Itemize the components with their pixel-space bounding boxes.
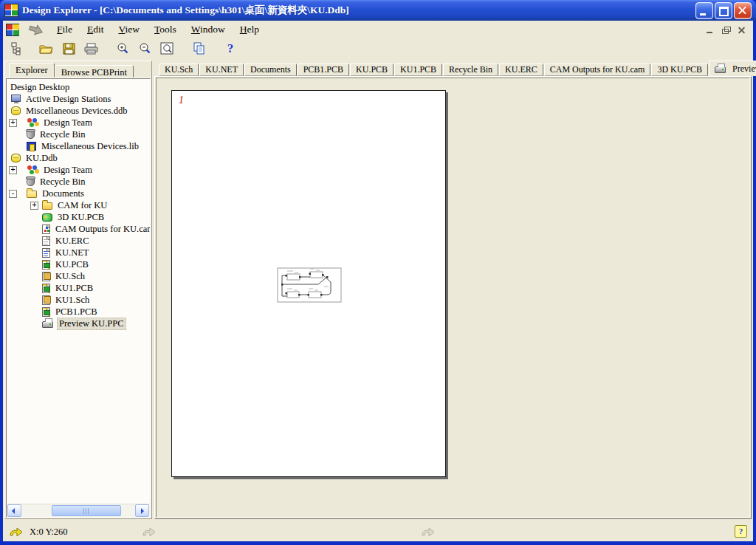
mdi-close-button[interactable] xyxy=(735,24,749,36)
doc-tab-documents[interactable]: Documents xyxy=(244,64,297,76)
doc-tab-3d-ku-pcb[interactable]: 3D KU.PCB xyxy=(651,64,708,76)
tree-item-recycle-bin[interactable]: Recycle Bin xyxy=(7,128,150,140)
tree-item-ku1-sch[interactable]: KU1.Sch xyxy=(7,294,150,306)
tree-horizontal-scrollbar[interactable] xyxy=(7,504,150,517)
tree-item-ku1-pcb[interactable]: KU1.PCB xyxy=(7,282,150,294)
database-icon xyxy=(11,106,21,115)
help-button[interactable]: ? xyxy=(221,39,240,58)
tree-item-misc-devices-lib[interactable]: Miscellaneous Devices.lib xyxy=(7,140,150,152)
doc-tab-cam-outputs[interactable]: CAM Outputs for KU.cam xyxy=(544,64,651,76)
mdi-restore-button[interactable] xyxy=(719,24,733,36)
close-button[interactable] xyxy=(734,2,752,19)
open-folder-icon xyxy=(39,43,54,55)
doc-tab-pcb1-pcb[interactable]: PCB1.PCB xyxy=(298,64,349,76)
tree-item-cam-outputs[interactable]: CAM Outputs for KU.cam xyxy=(7,223,150,235)
zoom-out-button[interactable] xyxy=(135,39,154,58)
tree-item-design-team[interactable]: +Design Team xyxy=(7,117,150,128)
tree-item-active-design-stations[interactable]: Active Design Stations xyxy=(7,93,150,105)
scroll-left-button[interactable] xyxy=(7,504,21,517)
folder-open-icon xyxy=(27,191,37,198)
tree-item-documents[interactable]: -Documents xyxy=(7,188,150,199)
schematic-document-icon xyxy=(42,295,50,305)
mdi-minimize-button[interactable] xyxy=(704,24,718,36)
pcb-3d-icon xyxy=(42,213,52,222)
doc-tab-preview-ku-ppc[interactable]: Preview KU.PPC xyxy=(709,61,756,76)
title-bar[interactable]: Design Explorer - [C:\Documents and Sett… xyxy=(0,0,756,21)
doc-tab-ku-erc[interactable]: KU.ERC xyxy=(499,64,543,76)
menu-edit[interactable]: Edit xyxy=(80,22,111,37)
jump-arrow-icon xyxy=(9,527,24,537)
status-help-icon[interactable]: ? xyxy=(735,525,747,538)
expand-toggle[interactable]: + xyxy=(9,166,17,174)
document-system-menu-icon[interactable] xyxy=(6,24,19,36)
cam-output-icon xyxy=(42,224,50,234)
scrollbar-thumb[interactable] xyxy=(52,505,121,516)
zoom-in-button[interactable] xyxy=(113,39,132,58)
main-area: Explorer Browse PCBPrint Design Desktop … xyxy=(3,59,753,522)
save-icon xyxy=(63,43,75,55)
pcb-document-icon xyxy=(42,260,50,270)
toggle-design-manager-button[interactable] xyxy=(7,39,27,58)
tree-item-preview-ku-ppc[interactable]: Preview KU.PPC xyxy=(7,318,150,329)
zoom-out-icon xyxy=(138,42,151,55)
tree-item-ku-net[interactable]: KU.NET xyxy=(7,247,150,258)
scrollbar-track[interactable] xyxy=(22,505,134,516)
tree-item-pcb1-pcb[interactable]: PCB1.PCB xyxy=(7,306,150,318)
printer-icon xyxy=(84,43,98,55)
copy-button[interactable] xyxy=(189,39,208,58)
menu-window[interactable]: Window xyxy=(185,22,232,37)
pcb-document-icon xyxy=(42,307,50,317)
jump-arrow-disabled-icon xyxy=(142,527,157,537)
maximize-button[interactable] xyxy=(715,2,732,19)
zoom-page-button[interactable] xyxy=(157,39,176,58)
doc-tab-ku1-pcb[interactable]: KU1.PCB xyxy=(394,64,442,76)
tree-item-design-desktop[interactable]: Design Desktop xyxy=(7,81,150,93)
menu-tools[interactable]: Tools xyxy=(148,22,183,37)
minimize-button[interactable] xyxy=(695,2,713,19)
tree-item-ku-erc[interactable]: KU.ERC xyxy=(7,235,150,247)
doc-tab-recycle-bin[interactable]: Recycle Bin xyxy=(443,64,498,76)
explorer-tree: Design Desktop Active Design Stations Mi… xyxy=(6,78,151,518)
app-icon[interactable] xyxy=(4,4,18,17)
tree-item-design-team[interactable]: +Design Team xyxy=(7,164,150,176)
doc-tab-ku-pcb[interactable]: KU.PCB xyxy=(350,64,394,76)
erc-document-icon xyxy=(42,236,50,246)
save-button[interactable] xyxy=(59,39,78,58)
tree-item-recycle-bin[interactable]: Recycle Bin xyxy=(7,176,150,188)
scroll-right-button[interactable] xyxy=(135,504,149,517)
design-explorer-window: Design Explorer - [C:\Documents and Sett… xyxy=(0,0,756,545)
tree-item-ku-pcb[interactable]: KU.PCB xyxy=(7,258,150,270)
tab-browse-pcbprint[interactable]: Browse PCBPrint xyxy=(55,65,134,78)
menu-help[interactable]: Help xyxy=(233,22,266,37)
doc-tab-ku-net[interactable]: KU.NET xyxy=(199,64,244,76)
expand-toggle[interactable]: + xyxy=(30,202,38,210)
tree-item-ku-ddb[interactable]: KU.Ddb xyxy=(7,152,150,164)
menu-bar: File Edit View Tools Window Help xyxy=(3,21,753,38)
menu-file[interactable]: File xyxy=(50,22,79,37)
team-icon xyxy=(27,118,38,128)
tab-explorer[interactable]: Explorer xyxy=(9,63,55,78)
zoom-in-icon xyxy=(116,42,129,55)
expand-toggle[interactable]: + xyxy=(9,119,17,127)
database-icon xyxy=(11,154,21,162)
printer-icon xyxy=(715,66,726,73)
open-document-button[interactable] xyxy=(37,39,56,58)
tree-item-cam-for-ku[interactable]: +CAM for KU xyxy=(7,199,150,211)
preview-workspace[interactable]: 1 xyxy=(156,78,750,518)
down-arrows-menu-icon[interactable] xyxy=(28,24,44,35)
window-title: Design Explorer - [C:\Documents and Sett… xyxy=(22,4,695,17)
print-button[interactable] xyxy=(81,39,100,58)
schematic-document-icon xyxy=(42,272,50,281)
tree-item-3d-ku-pcb[interactable]: 3D KU.PCB xyxy=(7,211,150,223)
page-number: 1 xyxy=(179,95,184,106)
doc-tab-ku-sch[interactable]: KU.Sch xyxy=(159,64,199,76)
collapse-toggle[interactable]: - xyxy=(9,190,17,198)
help-icon: ? xyxy=(227,41,234,56)
design-manager-panel: Explorer Browse PCBPrint Design Desktop … xyxy=(4,61,152,519)
zoom-page-icon xyxy=(160,42,173,55)
netlist-document-icon xyxy=(42,248,50,258)
menu-view[interactable]: View xyxy=(112,22,146,37)
tree-item-ku-sch[interactable]: KU.Sch xyxy=(7,270,150,282)
tree-item-misc-devices-ddb[interactable]: Miscellaneous Devices.ddb xyxy=(7,105,150,117)
preview-page: 1 xyxy=(171,90,446,477)
